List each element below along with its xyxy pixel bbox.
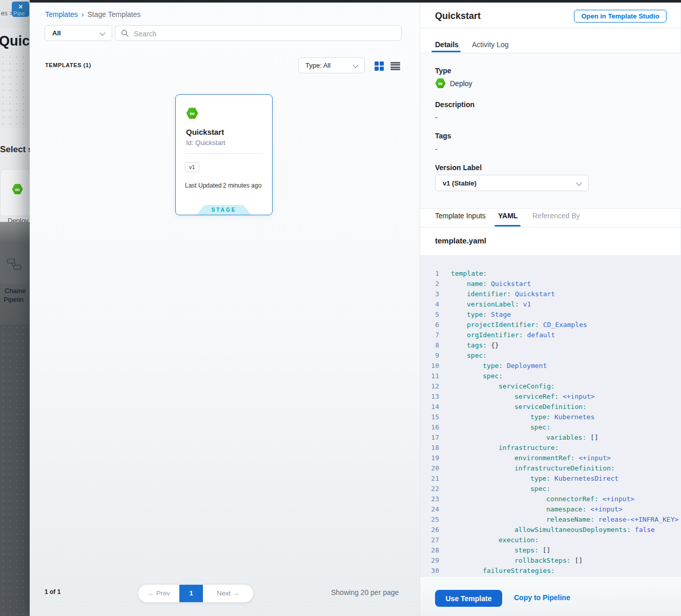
template-details-panel: Quickstart Open in Template Studio Detai…	[420, 0, 681, 616]
version-select-value: v1 (Stable)	[443, 175, 477, 191]
yaml-line: 15type: Kubernetes	[420, 412, 681, 422]
scope-filter-value: All	[52, 26, 61, 41]
yaml-line: 1template:	[420, 269, 681, 279]
pagination-next-button[interactable]: Next →	[203, 585, 253, 602]
background-dimmed-section: Chaine Pipelin	[0, 222, 30, 324]
top-dark-strip	[30, 0, 681, 3]
yaml-line: 23connectorRef: <+input>	[420, 494, 681, 504]
deploy-icon: ∞	[12, 183, 23, 195]
tab-activity-log[interactable]: Activity Log	[472, 40, 509, 49]
search-input[interactable]	[133, 26, 396, 41]
tab-details[interactable]: Details	[435, 40, 459, 49]
yaml-line: 24namespace: <+input>	[420, 504, 681, 515]
tab-referenced-by[interactable]: Referenced By	[532, 212, 580, 220]
yaml-line: 13serviceRef: <+input>	[420, 392, 681, 402]
divider	[420, 227, 681, 228]
yaml-line: 11spec:	[420, 371, 681, 381]
yaml-line: 19environmentRef: <+input>	[420, 453, 681, 463]
type-label: Type	[435, 67, 451, 75]
copy-to-pipeline-link[interactable]: Copy to Pipeline	[514, 593, 570, 602]
chained-pipeline-label: Pipelin	[4, 296, 24, 303]
breadcrumb-separator-icon: ›	[81, 10, 84, 18]
search-icon	[121, 29, 129, 37]
divider	[185, 153, 262, 154]
active-tab-underline	[494, 225, 521, 227]
yaml-line: 28steps: []	[420, 545, 681, 556]
type-filter-select[interactable]: Type: All	[298, 57, 365, 73]
yaml-file-name: template.yaml	[435, 236, 486, 245]
description-value: -	[435, 113, 438, 121]
close-icon: ×	[12, 3, 29, 10]
yaml-line: 30failureStrategies:	[420, 566, 681, 576]
deploy-icon: ∞	[186, 107, 198, 119]
background-breadcrumb-item: Pipe	[13, 10, 25, 16]
yaml-line: 21type: KubernetesDirect	[420, 474, 681, 484]
chained-pipeline-label: Chaine	[5, 287, 26, 295]
breadcrumb: Templates›Stage Templates	[45, 10, 141, 18]
yaml-line: 29rollbackSteps: []	[420, 556, 681, 566]
yaml-line: 16spec:	[420, 422, 681, 433]
pagination-prev-button[interactable]: ← Prev	[138, 585, 179, 602]
drawer-close-button[interactable]: × Pipe	[12, 2, 29, 17]
active-tab-underline	[431, 51, 461, 52]
background-page-strip: es > × Pipe Quicks Depl Select s ∞ Deplo…	[0, 0, 30, 616]
deploy-stage-card-label: Deploy	[8, 217, 28, 222]
yaml-line: 20infrastructureDefinition:	[420, 463, 681, 474]
yaml-line: 22spec:	[420, 484, 681, 494]
yaml-line: 17variables: []	[420, 433, 681, 443]
description-label: Description	[435, 100, 474, 109]
chevron-down-icon	[353, 62, 358, 68]
yaml-line: 10type: Deployment	[420, 361, 681, 371]
list-view-icon[interactable]	[390, 62, 400, 70]
pagination-per-page-label: Showing 20 per page	[331, 588, 399, 597]
open-in-template-studio-button[interactable]: Open in Template Studio	[574, 10, 667, 23]
yaml-line: 9spec:	[420, 351, 681, 361]
yaml-line: 14serviceDefinition:	[420, 402, 681, 412]
version-badge: v1	[185, 162, 199, 172]
stage-ribbon: STAGE	[197, 205, 251, 215]
yaml-line: 5type: Stage	[420, 310, 681, 320]
chained-pipeline-icon	[7, 258, 22, 271]
search-box	[115, 25, 402, 41]
chained-pipeline-card	[0, 246, 30, 284]
last-updated-value: 2 minutes ago	[223, 182, 261, 189]
background-select-stage-section: Select s ∞ Deploy	[0, 128, 30, 222]
last-updated-label: Last Updated	[185, 182, 221, 189]
divider	[420, 208, 681, 209]
yaml-line: 12serviceConfig:	[420, 381, 681, 392]
deploy-stage-card: ∞	[0, 169, 30, 216]
template-card-name: Quickstart	[186, 128, 224, 136]
background-pipeline-canvas: Depl	[0, 54, 30, 128]
yaml-line: 8tags: {}	[420, 340, 681, 351]
tags-value: -	[435, 145, 438, 153]
breadcrumb-templates-link[interactable]: Templates	[45, 10, 78, 18]
tab-yaml[interactable]: YAML	[498, 212, 518, 220]
background-dark-canvas	[0, 324, 30, 616]
yaml-line: 27execution:	[420, 535, 681, 545]
template-card-quickstart[interactable]: ∞ Quickstart Id: Quickstart v1 Last Upda…	[175, 94, 273, 215]
pagination: ← Prev 1 Next →	[138, 584, 254, 603]
yaml-code: 1template:2name: Quickstart3identifier: …	[420, 255, 681, 576]
scope-filter-select[interactable]: All	[45, 25, 112, 41]
panel-footer: Use Template Copy to Pipeline	[420, 576, 681, 616]
pagination-page-1[interactable]: 1	[179, 585, 203, 602]
select-stage-heading: Select s	[0, 145, 30, 155]
panel-title: Quickstart	[435, 11, 481, 22]
background-header: es > × Pipe	[0, 0, 30, 29]
yaml-line: 3identifier: Quickstart	[420, 289, 681, 299]
yaml-line: 4versionLabel: v1	[420, 299, 681, 310]
use-template-button[interactable]: Use Template	[435, 590, 502, 607]
background-page-title: Quicks	[0, 33, 30, 49]
yaml-line: 18infrastructure:	[420, 443, 681, 453]
tab-template-inputs[interactable]: Template Inputs	[435, 212, 486, 220]
yaml-line: 6projectIdentifier: CD_Examples	[420, 320, 681, 330]
chevron-down-icon	[99, 30, 105, 35]
breadcrumb-current: Stage Templates	[87, 10, 140, 18]
templates-drawer: Templates›Stage Templates All TEMPLATES …	[30, 0, 420, 616]
background-breadcrumb: es >	[1, 10, 13, 17]
template-card-id: Id: Quickstart	[186, 139, 225, 147]
type-filter-value: Type: All	[305, 58, 331, 73]
yaml-line: 2name: Quickstart	[420, 279, 681, 289]
grid-view-icon[interactable]	[375, 61, 384, 71]
version-select[interactable]: v1 (Stable)	[435, 175, 589, 191]
